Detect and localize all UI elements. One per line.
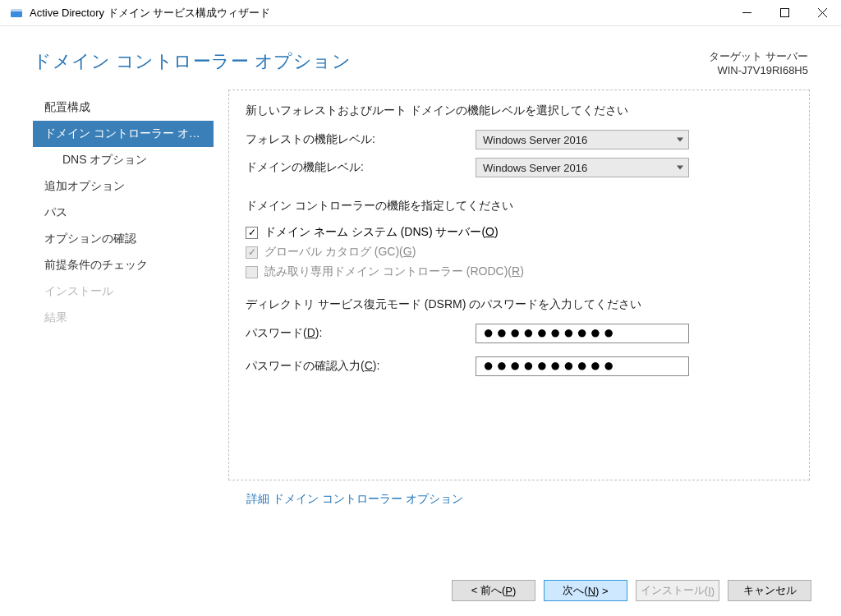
svg-rect-1 [11, 9, 22, 11]
section-dc-capabilities: ドメイン コントローラーの機能を指定してください [246, 199, 793, 214]
gc-checkbox-row: グローバル カタログ (GC)(G) [246, 245, 793, 260]
forest-level-select[interactable]: Windows Server 2016 [476, 130, 689, 149]
chevron-down-icon [677, 166, 683, 170]
window-title: Active Directory ドメイン サービス構成ウィザード [30, 6, 728, 21]
next-button[interactable]: 次へ(N) > [544, 580, 627, 601]
sidebar-item-install: インストール [33, 278, 214, 305]
forest-level-label: フォレストの機能レベル: [246, 132, 476, 147]
forest-level-value: Windows Server 2016 [483, 134, 587, 146]
target-server-info: ターゲット サーバー WIN-J7V19RI68H5 [709, 49, 808, 76]
section-functional-level: 新しいフォレストおよびルート ドメインの機能レベルを選択してください [246, 103, 793, 118]
password-input[interactable]: ●●●●●●●●●● [476, 324, 689, 343]
target-label: ターゲット サーバー [709, 49, 808, 64]
close-button[interactable] [803, 1, 841, 25]
rodc-checkbox-row: 読み取り専用ドメイン コントローラー (RODC)(R) [246, 264, 793, 279]
section-dsrm: ディレクトリ サービス復元モード (DSRM) のパスワードを入力してください [246, 297, 793, 312]
sidebar-item-results: 結果 [33, 305, 214, 331]
wizard-sidebar: 配置構成 ドメイン コントローラー オプシ... DNS オプション 追加オプシ… [33, 90, 214, 480]
app-icon [10, 7, 23, 20]
sidebar-item-dns-options[interactable]: DNS オプション [33, 147, 214, 173]
wizard-footer: < 前へ(P) 次へ(N) > インストール(I) キャンセル [452, 580, 811, 601]
sidebar-item-review[interactable]: オプションの確認 [33, 226, 214, 252]
install-button: インストール(I) [636, 580, 719, 601]
sidebar-item-additional[interactable]: 追加オプション [33, 173, 214, 200]
chevron-down-icon [677, 138, 683, 142]
password-confirm-input[interactable]: ●●●●●●●●●● [476, 356, 689, 376]
dns-checkbox-row[interactable]: ドメイン ネーム システム (DNS) サーバー(O) [246, 225, 793, 240]
page-title: ドメイン コントローラー オプション [33, 49, 351, 74]
svg-rect-3 [780, 9, 788, 17]
maximize-button[interactable] [765, 1, 803, 25]
password-label: パスワード(D): [246, 326, 476, 341]
sidebar-item-prereq[interactable]: 前提条件のチェック [33, 252, 214, 278]
sidebar-item-paths[interactable]: パス [33, 200, 214, 226]
password-confirm-label: パスワードの確認入力(C): [246, 359, 476, 374]
page-header: ドメイン コントローラー オプション ターゲット サーバー WIN-J7V19R… [0, 26, 841, 90]
domain-level-value: Windows Server 2016 [483, 162, 587, 174]
target-value: WIN-J7V19RI68H5 [709, 64, 808, 76]
domain-level-label: ドメインの機能レベル: [246, 160, 476, 175]
minimize-button[interactable] [728, 1, 765, 25]
titlebar: Active Directory ドメイン サービス構成ウィザード [0, 0, 841, 26]
main-panel: 新しいフォレストおよびルート ドメインの機能レベルを選択してください フォレスト… [228, 90, 810, 480]
more-dc-options-link[interactable]: 詳細 ドメイン コントローラー オプション [246, 492, 463, 505]
sidebar-item-dc-options[interactable]: ドメイン コントローラー オプシ... [33, 121, 214, 147]
prev-button[interactable]: < 前へ(P) [452, 580, 535, 601]
dns-checkbox[interactable] [246, 227, 258, 239]
cancel-button[interactable]: キャンセル [728, 580, 811, 601]
gc-checkbox [246, 246, 258, 259]
domain-level-select[interactable]: Windows Server 2016 [476, 158, 689, 177]
sidebar-item-deployment[interactable]: 配置構成 [33, 94, 214, 121]
rodc-checkbox [246, 266, 258, 278]
